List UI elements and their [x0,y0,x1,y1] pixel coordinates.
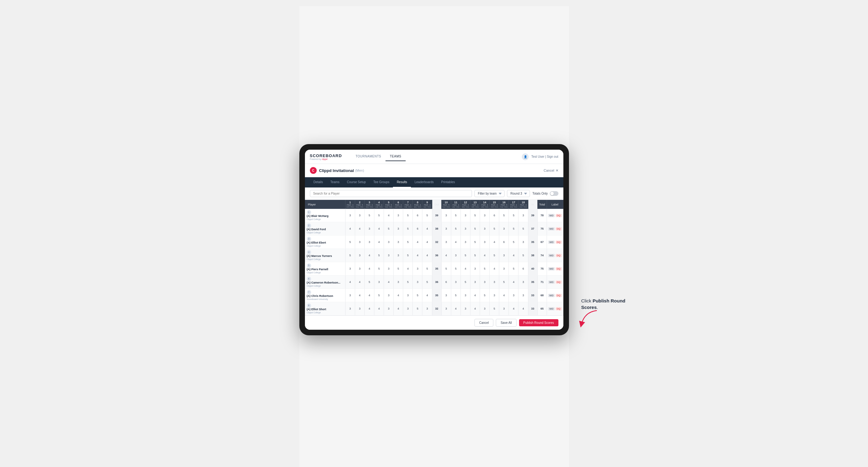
hole-1-score[interactable]: 5 [345,249,355,262]
dq-badge[interactable]: DQ [556,307,562,311]
hole-10-score[interactable]: 3 [441,302,451,315]
hole-15-score[interactable]: 3 [490,289,499,302]
hole-3-score[interactable]: 4 [365,302,374,315]
hole-18-score[interactable]: 3 [519,276,528,289]
dq-badge[interactable]: DQ [556,267,562,271]
wd-badge[interactable]: WD [548,227,555,230]
hole-18-score[interactable]: 3 [519,209,528,222]
nav-teams[interactable]: TEAMS [385,152,406,161]
hole-14-score[interactable]: 3 [480,209,490,222]
hole-15-score[interactable]: 5 [490,302,499,315]
hole-2-score[interactable]: 4 [355,276,365,289]
hole-12-score[interactable]: 3 [461,236,470,249]
hole-6-score[interactable]: 3 [394,222,403,236]
hole-1-score[interactable]: 3 [345,209,355,222]
hole-13-score[interactable]: 5 [470,236,480,249]
hole-11-score[interactable]: 3 [451,276,461,289]
hole-11-score[interactable]: 5 [451,222,461,236]
dq-badge[interactable]: DQ [556,254,562,257]
filter-team-select[interactable]: Filter by team [474,190,504,197]
hole-5-score[interactable]: 3 [384,249,394,262]
hole-11-score[interactable]: 4 [451,302,461,315]
hole-6-score[interactable]: 3 [394,209,403,222]
hole-2-score[interactable]: 3 [355,209,365,222]
hole-13-score[interactable]: 4 [470,289,480,302]
hole-8-score[interactable]: 5 [413,289,423,302]
hole-3-score[interactable]: 4 [365,249,374,262]
hole-1-score[interactable]: 4 [345,276,355,289]
cancel-tournament-btn[interactable]: Cancel ✕ [544,168,558,173]
hole-16-score[interactable]: 3 [499,302,509,315]
search-input[interactable] [310,190,472,197]
hole-14-score[interactable]: 3 [480,222,490,236]
hole-15-score[interactable]: 5 [490,249,499,262]
hole-6-score[interactable]: 4 [394,289,403,302]
hole-5-score[interactable]: 4 [384,276,394,289]
hole-16-score[interactable]: 5 [499,209,509,222]
hole-7-score[interactable]: 5 [403,236,413,249]
tab-printables[interactable]: Printables [437,177,458,187]
hole-7-score[interactable]: 3 [403,302,413,315]
hole-12-score[interactable]: 3 [461,289,470,302]
hole-5-score[interactable]: 5 [384,222,394,236]
hole-7-score[interactable]: 5 [403,222,413,236]
hole-6-score[interactable]: 3 [394,236,403,249]
hole-10-score[interactable]: 4 [441,249,451,262]
hole-14-score[interactable]: 4 [480,249,490,262]
hole-16-score[interactable]: 3 [499,262,509,276]
hole-15-score[interactable]: 6 [490,209,499,222]
hole-17-score[interactable]: 4 [509,302,519,315]
hole-13-score[interactable]: 5 [470,222,480,236]
hole-18-score[interactable]: 5 [519,222,528,236]
hole-7-score[interactable]: 4 [403,262,413,276]
hole-2-score[interactable]: 3 [355,302,365,315]
wd-badge[interactable]: WD [548,280,555,284]
hole-14-score[interactable]: 5 [480,289,490,302]
hole-9-score[interactable]: 5 [423,209,432,222]
hole-6-score[interactable]: 3 [394,276,403,289]
hole-12-score[interactable]: 4 [461,262,470,276]
hole-3-score[interactable]: 3 [365,236,374,249]
tab-leaderboards[interactable]: Leaderboards [411,177,438,187]
cancel-button[interactable]: Cancel [474,319,493,326]
hole-13-score[interactable]: 4 [470,302,480,315]
dq-badge[interactable]: DQ [556,241,562,244]
hole-9-score[interactable]: 4 [423,222,432,236]
hole-8-score[interactable]: 6 [413,222,423,236]
wd-badge[interactable]: WD [548,307,555,311]
hole-4-score[interactable]: 5 [374,209,384,222]
hole-13-score[interactable]: 5 [470,249,480,262]
hole-17-score[interactable]: 3 [509,289,519,302]
hole-9-score[interactable]: 4 [423,236,432,249]
hole-17-score[interactable]: 4 [509,276,519,289]
hole-12-score[interactable]: 3 [461,222,470,236]
hole-13-score[interactable]: 3 [470,276,480,289]
hole-15-score[interactable]: 3 [490,276,499,289]
hole-4-score[interactable]: 5 [374,249,384,262]
hole-4-score[interactable]: 4 [374,236,384,249]
hole-1-score[interactable]: 3 [345,302,355,315]
save-all-button[interactable]: Save All [496,319,516,326]
hole-3-score[interactable]: 4 [365,262,374,276]
hole-12-score[interactable]: 5 [461,249,470,262]
tab-results[interactable]: Results [393,177,411,187]
dq-badge[interactable]: DQ [556,214,562,217]
hole-4-score[interactable]: 4 [374,222,384,236]
hole-18-score[interactable]: 3 [519,289,528,302]
hole-2-score[interactable]: 3 [355,249,365,262]
hole-11-score[interactable]: 3 [451,249,461,262]
hole-2-score[interactable]: 3 [355,236,365,249]
hole-2-score[interactable]: 4 [355,289,365,302]
hole-10-score[interactable]: 6 [441,276,451,289]
publish-round-scores-button[interactable]: Publish Round Scores [519,319,558,326]
hole-16-score[interactable]: 3 [499,222,509,236]
hole-3-score[interactable]: 5 [365,209,374,222]
hole-9-score[interactable]: 5 [423,276,432,289]
sign-out-link[interactable]: Sign out [547,155,558,158]
hole-8-score[interactable]: 3 [413,262,423,276]
hole-16-score[interactable]: 3 [499,249,509,262]
hole-9-score[interactable]: 4 [423,289,432,302]
hole-14-score[interactable]: 3 [480,236,490,249]
hole-3-score[interactable]: 5 [365,276,374,289]
wd-badge[interactable]: WD [548,241,555,244]
